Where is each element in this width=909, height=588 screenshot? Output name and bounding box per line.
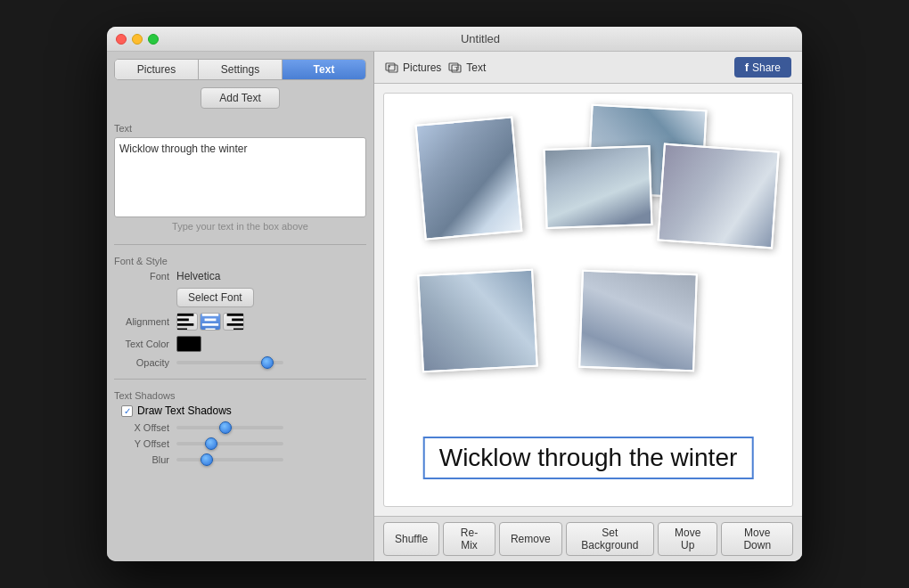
shadows-label: Text Shadows <box>114 390 366 401</box>
font-style-label: Font & Style <box>114 256 366 266</box>
svg-rect-8 <box>227 314 243 316</box>
draw-shadows-label: Draw Text Shadows <box>137 404 232 417</box>
font-row: Font Helvetica <box>114 270 366 282</box>
photo-6[interactable] <box>578 270 698 372</box>
text-toolbar-icon: T <box>448 61 463 75</box>
select-font-button[interactable]: Select Font <box>176 288 254 307</box>
svg-rect-9 <box>232 318 243 321</box>
alignment-label: Alignment <box>114 316 176 327</box>
toolbar: Pictures T Text f Share <box>374 52 802 84</box>
blur-row: Blur <box>114 454 366 465</box>
tab-settings[interactable]: Settings <box>199 60 283 79</box>
photo-5[interactable] <box>417 269 538 373</box>
text-overlay[interactable]: Wicklow through the winter <box>423 437 754 479</box>
svg-rect-11 <box>233 328 243 330</box>
remove-button[interactable]: Remove <box>499 522 562 556</box>
alignment-buttons <box>176 313 244 331</box>
svg-rect-4 <box>202 314 218 316</box>
titlebar: Untitled <box>107 27 802 52</box>
text-section-label: Text <box>114 123 366 134</box>
shuffle-button[interactable]: Shuffle <box>383 522 439 556</box>
opacity-row: Opacity <box>114 357 366 368</box>
y-offset-slider[interactable] <box>176 442 283 445</box>
svg-rect-5 <box>205 318 217 321</box>
traffic-lights <box>116 34 159 45</box>
add-text-button[interactable]: Add Text <box>201 87 279 109</box>
toolbar-text[interactable]: T Text <box>448 61 486 75</box>
main-window: Untitled Pictures Settings Text Add Text… <box>107 27 802 561</box>
svg-rect-7 <box>206 328 216 330</box>
maximize-button[interactable] <box>148 34 159 45</box>
window-body: Pictures Settings Text Add Text Text Wic… <box>107 52 802 561</box>
toolbar-pictures-label: Pictures <box>403 61 441 74</box>
photo-5-image <box>419 271 536 371</box>
photo-6-image <box>580 272 696 370</box>
svg-rect-6 <box>202 323 218 326</box>
svg-rect-3 <box>177 328 187 330</box>
text-input[interactable]: Wicklow through the winter <box>114 137 366 217</box>
facebook-icon: f <box>745 61 749 74</box>
minimize-button[interactable] <box>132 34 143 45</box>
pictures-icon <box>385 61 399 75</box>
svg-rect-12 <box>386 63 395 70</box>
opacity-label: Opacity <box>114 357 176 368</box>
align-center-icon <box>201 314 220 330</box>
photo-1-image <box>417 118 521 239</box>
align-right-icon <box>224 314 243 330</box>
share-label: Share <box>752 61 781 74</box>
toolbar-pictures[interactable]: Pictures <box>385 61 441 75</box>
text-color-label: Text Color <box>114 339 176 349</box>
tabs-row: Pictures Settings Text <box>114 59 366 80</box>
text-color-row: Text Color <box>114 336 366 352</box>
move-up-button[interactable]: Move Up <box>658 522 717 556</box>
sidebar: Pictures Settings Text Add Text Text Wic… <box>107 52 374 561</box>
set-background-button[interactable]: Set Background <box>566 522 655 556</box>
svg-rect-2 <box>177 323 193 326</box>
tab-pictures[interactable]: Pictures <box>115 60 199 79</box>
text-color-swatch[interactable] <box>176 336 201 352</box>
svg-text:T: T <box>454 65 459 73</box>
tab-text[interactable]: Text <box>283 60 365 79</box>
y-offset-label: Y Offset <box>114 438 176 449</box>
divider-1 <box>114 244 366 245</box>
photo-4[interactable] <box>657 143 779 249</box>
y-offset-row: Y Offset <box>114 438 366 449</box>
align-center-button[interactable] <box>200 313 221 331</box>
close-button[interactable] <box>116 34 127 45</box>
draw-shadows-checkbox[interactable]: ✓ <box>121 405 133 417</box>
bottom-bar: Shuffle Re-Mix Remove Set Background Mov… <box>374 516 802 561</box>
draw-shadows-row: ✓ Draw Text Shadows <box>114 404 366 417</box>
alignment-row: Alignment <box>114 313 366 331</box>
x-offset-row: X Offset <box>114 422 366 433</box>
font-label: Font <box>114 271 176 282</box>
x-offset-label: X Offset <box>114 422 176 433</box>
photo-3-image <box>545 147 651 227</box>
main-content: Pictures T Text f Share <box>374 52 802 561</box>
text-hint: Type your text in the box above <box>114 221 366 232</box>
align-left-icon <box>177 314 197 330</box>
divider-2 <box>114 379 366 380</box>
select-font-row: Select Font <box>114 288 366 307</box>
align-left-button[interactable] <box>176 313 198 331</box>
blur-slider[interactable] <box>176 458 283 461</box>
remix-button[interactable]: Re-Mix <box>443 522 495 556</box>
photo-1[interactable] <box>415 116 523 240</box>
font-value: Helvetica <box>176 270 220 282</box>
photo-3[interactable] <box>543 145 652 229</box>
svg-point-14 <box>389 65 390 67</box>
canvas-area: Wicklow through the winter <box>383 93 793 507</box>
svg-rect-0 <box>177 314 193 316</box>
share-button[interactable]: f Share <box>734 57 791 78</box>
photo-4-image <box>659 145 777 248</box>
blur-label: Blur <box>114 454 176 465</box>
x-offset-slider[interactable] <box>176 426 283 429</box>
svg-rect-1 <box>177 318 189 321</box>
align-right-button[interactable] <box>223 313 244 331</box>
window-title: Untitled <box>168 32 793 45</box>
toolbar-text-label: Text <box>466 61 486 74</box>
move-down-button[interactable]: Move Down <box>721 522 793 556</box>
opacity-slider[interactable] <box>176 361 283 364</box>
svg-rect-10 <box>227 323 243 326</box>
